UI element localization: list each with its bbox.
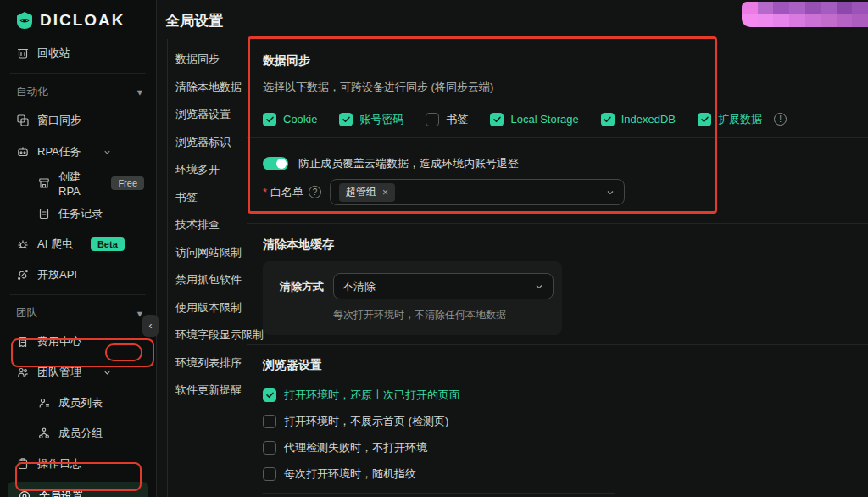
checkbox-icon [263, 113, 276, 126]
sidebar-item-operation-logs[interactable]: 操作日志 [0, 449, 156, 479]
checkbox-icon [263, 388, 276, 402]
required-asterisk: * [263, 186, 267, 198]
brand-logo[interactable]: DICLOAK [0, 0, 156, 34]
sidebar-group-automation[interactable]: 自动化 ▾ [0, 78, 156, 105]
close-icon[interactable]: × [382, 187, 388, 198]
sidebar-divider [10, 73, 146, 74]
sidebar-item-team-management[interactable]: 团队管理 [0, 357, 156, 388]
checkbox-icon [339, 113, 353, 126]
spider-icon [16, 237, 30, 251]
free-badge: Free [111, 176, 144, 190]
sidebar-item-recycle-bin[interactable]: 回收站 [0, 38, 156, 69]
settings-nav-item-tech-check[interactable]: 技术排查 [175, 216, 247, 232]
checkbox-icon [263, 415, 276, 428]
settings-nav-item-update-reminder[interactable]: 软件更新提醒 [175, 382, 247, 398]
browser-options-list: 打开环境时，还原上次已打开的页面 打开环境时，不展示首页 (检测页) 代理检测失… [263, 388, 868, 497]
settings-nav-item-clear-local-data[interactable]: 清除本地数据 [175, 79, 247, 95]
beta-badge: Beta [91, 237, 125, 251]
checkbox-extension-data[interactable]: 扩展数据 [698, 112, 762, 127]
sidebar-item-member-list[interactable]: 成员列表 [0, 388, 156, 418]
checkbox-icon [698, 113, 711, 126]
chevron-left-icon: ‹ [149, 320, 153, 332]
sidebar-item-window-sync[interactable]: 窗口同步 [0, 105, 156, 136]
org-tree-icon [37, 427, 51, 440]
checkbox-random-fingerprint[interactable]: 每次打开环境时，随机指纹 [263, 466, 868, 481]
receipt-icon [16, 335, 30, 349]
settings-nav-item-website-restrict[interactable]: 访问网站限制 [175, 244, 247, 260]
section-divider [247, 137, 868, 138]
settings-nav: 数据同步 清除本地数据 浏览器设置 浏览器标识 环境多开 书签 技术排查 访问网… [167, 39, 247, 497]
sidebar-item-billing-center[interactable]: 费用中心 [0, 327, 156, 357]
clear-method-select[interactable]: 不清除 [333, 273, 554, 299]
sidebar-item-label: 全局设置 [39, 489, 83, 497]
app-window: DICLOAK 回收站 自动化 ▾ 窗口同步 RPA任务 创建RPA Free [0, 0, 868, 497]
sidebar-item-member-groups[interactable]: 成员分组 [0, 418, 156, 449]
toggle-knob [276, 159, 287, 169]
section-title-browser-settings: 浏览器设置 [263, 358, 868, 373]
settings-nav-item-multi-open[interactable]: 环境多开 [175, 161, 247, 177]
sidebar-item-rpa-tasks[interactable]: RPA任务 [0, 136, 156, 168]
settings-nav-item-list-sort[interactable]: 环境列表排序 [175, 355, 247, 371]
person-list-icon [37, 396, 51, 410]
settings-nav-item-browser-settings[interactable]: 浏览器设置 [175, 106, 247, 122]
help-icon[interactable]: ? [309, 186, 321, 198]
whitelist-select[interactable]: 超管组 × [330, 179, 625, 205]
sidebar-item-label: 团队管理 [37, 365, 81, 380]
sidebar-item-create-rpa[interactable]: 创建RPA Free [0, 168, 156, 198]
whitelist-label: 白名单 [270, 185, 303, 200]
document-icon [37, 207, 51, 221]
dicloak-mask-icon [15, 11, 34, 30]
settings-nav-item-data-sync[interactable]: 数据同步 [175, 51, 247, 67]
info-icon[interactable]: ! [774, 113, 787, 126]
target-settings-icon [18, 489, 31, 497]
settings-nav-item-bookmarks[interactable]: 书签 [175, 189, 247, 205]
clear-method-help: 每次打开环境时，不清除任何本地数据 [333, 308, 562, 322]
settings-content: 数据同步 选择以下数据，可跨设备进行同步 (将同步云端) Cookie 账号密码… [247, 39, 868, 497]
section-title-clear-cache: 清除本地缓存 [263, 237, 868, 253]
checkbox-cookie[interactable]: Cookie [263, 113, 317, 126]
sidebar-item-label: RPA任务 [37, 144, 81, 159]
chevron-down-icon [103, 148, 112, 157]
checkbox-account-password[interactable]: 账号密码 [339, 112, 403, 127]
checkbox-icon [490, 113, 504, 126]
sidebar-collapse-button[interactable]: ‹ [142, 315, 159, 337]
chevron-down-icon: ▾ [137, 86, 142, 98]
sidebar-item-global-settings[interactable]: 全局设置 [8, 482, 148, 497]
sidebar-item-label: 回收站 [37, 46, 70, 61]
checkbox-icon [426, 113, 439, 126]
data-sync-subtitle: 选择以下数据，可跨设备进行同步 (将同步云端) [263, 80, 868, 95]
clear-method-value: 不清除 [342, 279, 376, 294]
settings-nav-item-browser-identity[interactable]: 浏览器标识 [175, 134, 247, 150]
chevron-down-icon[interactable] [103, 368, 112, 377]
sidebar-group-team[interactable]: 团队 ▾ [0, 299, 156, 327]
checkbox-local-storage[interactable]: Local Storage [490, 113, 578, 126]
settings-nav-item-field-display-restrict[interactable]: 环境字段显示限制 [175, 327, 247, 343]
clipboard-icon [16, 457, 30, 471]
settings-nav-item-version-restrict[interactable]: 使用版本限制 [175, 299, 247, 316]
section-title-data-sync: 数据同步 [263, 53, 868, 69]
checkbox-icon [263, 441, 276, 455]
chevron-down-icon: ▾ [137, 307, 142, 320]
brand-name: DICLOAK [40, 11, 125, 30]
sidebar-item-ai-crawler[interactable]: AI 爬虫 Beta [0, 229, 156, 260]
clear-method-label: 清除方式 [280, 279, 333, 294]
checkbox-no-homepage[interactable]: 打开环境时，不展示首页 (检测页) [263, 414, 868, 428]
checkbox-indexeddb[interactable]: IndexedDB [601, 113, 676, 126]
prevent-overwrite-toggle[interactable] [263, 157, 288, 170]
checkbox-proxy-fail-no-open[interactable]: 代理检测失败时，不打开环境 [263, 440, 868, 455]
checkbox-restore-pages[interactable]: 打开环境时，还原上次已打开的页面 [263, 388, 868, 402]
chevron-down-icon [534, 282, 544, 292]
sidebar-item-label: AI 爬虫 [37, 237, 73, 252]
sidebar: DICLOAK 回收站 自动化 ▾ 窗口同步 RPA任务 创建RPA Free [0, 0, 157, 497]
sidebar-item-task-records[interactable]: 任务记录 [0, 198, 156, 229]
settings-nav-item-packet-capture-ban[interactable]: 禁用抓包软件 [175, 271, 247, 288]
sidebar-item-open-api[interactable]: 开放API [0, 260, 156, 290]
checkbox-bookmarks[interactable]: 书签 [426, 112, 468, 127]
sidebar-divider [10, 294, 146, 295]
window-sync-icon [16, 114, 30, 127]
link-icon [16, 268, 30, 282]
section-divider [247, 344, 868, 345]
main-area: 全局设置 数据同步 清除本地数据 浏览器设置 浏览器标识 环境多开 书签 技术排… [157, 0, 868, 497]
sidebar-item-label: 任务记录 [58, 206, 103, 221]
redacted-account-area [742, 2, 868, 27]
